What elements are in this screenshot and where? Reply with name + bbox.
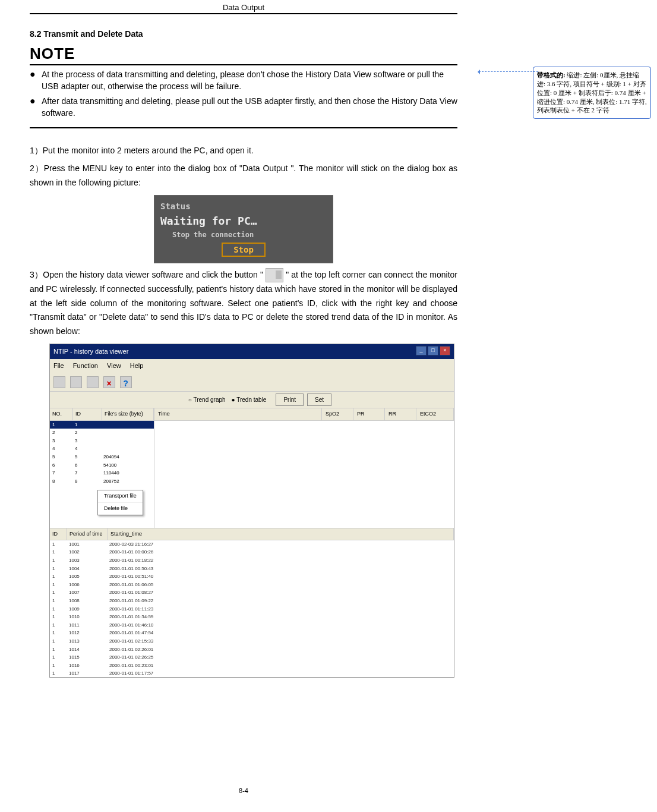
step-3-post: " at the top left corner can connect the… (30, 270, 457, 336)
table-row[interactable]: 88208752 (50, 477, 154, 486)
list-item[interactable]: 110142000-01-01 02:26:01 (50, 646, 454, 654)
menu-file[interactable]: File (53, 362, 64, 369)
table-row[interactable]: 44 (50, 445, 154, 453)
col-time: Time (154, 408, 322, 420)
status-label: Status (160, 202, 327, 211)
record-list: 110012000-02-03 21:16:27110022000-01-01 … (50, 540, 454, 677)
list-item[interactable]: 110042000-01-01 00:50:43 (50, 565, 454, 573)
note-block: ● At the process of data transmitting an… (30, 68, 457, 128)
radio-trend-table[interactable]: ● Tredn table (232, 395, 267, 405)
radio-trend-graph[interactable]: ○ Trend graph (188, 395, 226, 405)
list-item[interactable]: 110102000-01-01 01:34:59 (50, 613, 454, 621)
list-item[interactable]: 110172000-01-01 01:17:57 (50, 669, 454, 677)
col-bot-period: Period of time (67, 528, 108, 540)
table-row[interactable]: 6654100 (50, 461, 154, 470)
table-row[interactable]: 55204094 (50, 453, 154, 461)
table-row[interactable]: 22 (50, 429, 154, 437)
table-row[interactable]: 11 (50, 421, 154, 429)
menu-view[interactable]: View (107, 362, 121, 369)
list-item[interactable]: 110082000-01-01 01:09:22 (50, 597, 454, 605)
list-item[interactable]: 110012000-02-03 21:16:27 (50, 540, 454, 549)
stop-button[interactable]: Stop (222, 243, 266, 257)
bullet-icon: ● (30, 95, 42, 119)
list-item[interactable]: 110152000-01-01 02:26:25 (50, 653, 454, 662)
col-pr: PR (353, 408, 385, 420)
list-item[interactable]: 110062000-01-01 01:06:05 (50, 581, 454, 589)
window-title: NTIP - history data viewer (53, 346, 128, 357)
table-row[interactable]: 33 (50, 437, 154, 445)
col-bot-start: Starting_time (108, 528, 454, 540)
list-item[interactable]: 110022000-01-01 00:00:26 (50, 548, 454, 556)
delete-toolbar-icon[interactable]: × (103, 376, 115, 388)
list-item[interactable]: 110092000-01-01 01:11:23 (50, 605, 454, 613)
note-text-2: After data transmitting and deleting, pl… (42, 95, 457, 119)
status-hint: Stop the connection (172, 231, 327, 239)
col-filesize: File's size (byte) (102, 408, 154, 420)
status-text: Waiting for PC… (160, 215, 327, 227)
col-spo2: SpO2 (322, 408, 353, 420)
menu-function[interactable]: Function (73, 362, 98, 369)
list-item[interactable]: 110122000-01-01 01:47:54 (50, 629, 454, 637)
col-id: ID (73, 408, 102, 420)
set-button[interactable]: Set (307, 394, 331, 406)
list-item[interactable]: 110112000-01-01 01:46:10 (50, 621, 454, 630)
section-title: 8.2 Transmit and Delete Data (30, 29, 457, 39)
col-bot-id: ID (50, 528, 67, 540)
list-item[interactable]: 110072000-01-01 01:08:27 (50, 588, 454, 597)
col-etco2: EtCO2 (416, 408, 454, 420)
help-toolbar-icon[interactable]: ? (120, 376, 132, 388)
menu-help[interactable]: Help (130, 362, 144, 369)
context-menu: Transtport file Delete file (97, 490, 143, 515)
app-screenshot: NTIP - history data viewer _ □ × File Fu… (49, 344, 454, 678)
table-row[interactable]: 77110440 (50, 469, 154, 477)
list-item[interactable]: 110032000-01-01 00:18:22 (50, 556, 454, 565)
connect-icon (266, 268, 283, 282)
note-text-1: At the process of data transmitting and … (42, 68, 457, 93)
ctx-transport[interactable]: Transtport file (98, 490, 143, 502)
connect-toolbar-icon[interactable] (53, 376, 65, 388)
list-item[interactable]: 110132000-01-01 02:15:33 (50, 637, 454, 646)
format-comment: 带格式的: 缩进: 左侧: 0厘米, 悬挂缩进: 3.6 字符, 项目符号 + … (533, 67, 651, 119)
list-item[interactable]: 110052000-01-01 00:51:40 (50, 572, 454, 581)
menu-bar: File Function View Help (50, 359, 454, 373)
step-1: 1）Put the monitor into 2 meters around t… (30, 144, 457, 158)
comment-bold: 带格式的: (537, 71, 566, 78)
note-label: NOTE (30, 45, 457, 65)
step-3: 3）Open the history data viewer software … (30, 268, 457, 339)
maximize-icon[interactable]: □ (428, 346, 438, 355)
search-toolbar-icon[interactable] (87, 376, 99, 388)
step-2: 2）Press the MENU key to enter into the d… (30, 162, 457, 190)
patient-list: 112233445520409466541007711044088208752 … (50, 421, 154, 528)
toolbar: × ? (50, 372, 454, 392)
step-3-pre: 3）Open the history data viewer software … (30, 270, 266, 279)
col-no: NO. (50, 408, 73, 420)
page-number: 8-4 (30, 787, 457, 794)
col-rr: RR (385, 408, 416, 420)
comment-arrow-icon (479, 71, 538, 72)
ctx-delete[interactable]: Delete file (98, 503, 143, 515)
save-toolbar-icon[interactable] (70, 376, 82, 388)
bullet-icon: ● (30, 68, 42, 93)
monitor-dialog: Status Waiting for PC… Stop the connecti… (154, 195, 333, 263)
minimize-icon[interactable]: _ (416, 346, 427, 355)
close-icon[interactable]: × (440, 346, 450, 355)
list-item[interactable]: 110162000-01-01 00:23:01 (50, 662, 454, 670)
page-header: Data Output (30, 3, 457, 14)
print-button[interactable]: Print (276, 394, 304, 406)
